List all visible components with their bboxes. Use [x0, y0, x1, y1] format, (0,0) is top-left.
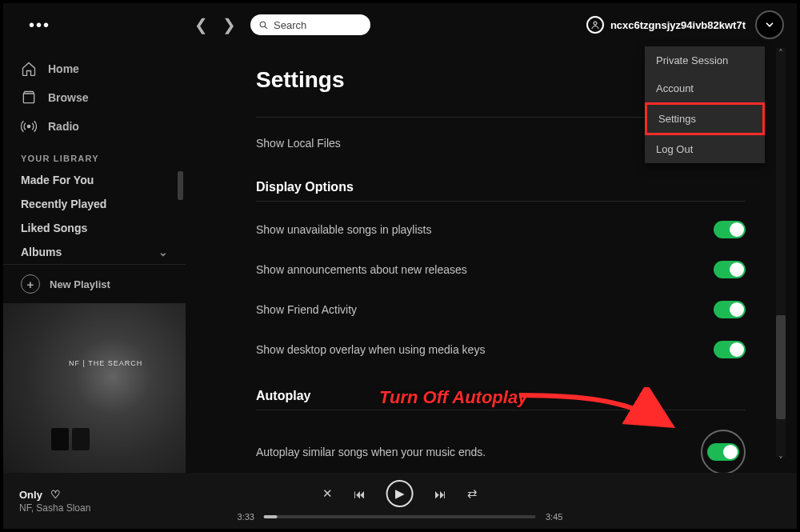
section-display-options: Display Options	[256, 180, 746, 194]
user-avatar-icon	[586, 16, 604, 34]
username: ncxc6tzgnsjyz94ivb82kwt7t	[610, 19, 746, 31]
dropdown-log-out[interactable]: Log Out	[645, 135, 765, 163]
library-header: YOUR LIBRARY	[3, 141, 186, 168]
search-input[interactable]: Search	[250, 14, 370, 35]
home-icon	[21, 61, 37, 77]
more-menu-icon[interactable]: •••	[29, 16, 50, 34]
track-artist[interactable]: NF, Sasha Sloan	[19, 502, 90, 514]
plus-icon: +	[21, 274, 40, 294]
sidebar-item-radio[interactable]: Radio	[3, 112, 186, 141]
new-playlist-label: New Playlist	[50, 278, 110, 290]
app-window: ••• ❮ ❯ Search ncxc6tzgnsjyz94ivb82kwt7t…	[0, 0, 800, 532]
toggle-friend-activity[interactable]	[714, 301, 746, 318]
previous-track-icon[interactable]: ⏮	[354, 487, 366, 501]
radio-icon	[21, 118, 37, 134]
shuffle-icon[interactable]: ✕	[322, 486, 333, 501]
user-menu[interactable]: ncxc6tzgnsjyz94ivb82kwt7t	[586, 10, 784, 39]
browse-icon	[21, 90, 37, 106]
top-bar: ••• ❮ ❯ Search ncxc6tzgnsjyz94ivb82kwt7t	[3, 3, 797, 46]
section-autoplay: Autoplay	[256, 389, 746, 403]
play-button[interactable]: ▶	[386, 480, 414, 507]
seek-bar[interactable]	[264, 515, 536, 518]
toggle-desktop-overlay[interactable]	[714, 341, 746, 358]
toggle-autoplay[interactable]	[707, 443, 739, 461]
player-controls: ✕ ⏮ ▶ ⏭ ⇄ 3:33 3:45	[238, 480, 563, 522]
new-playlist-button[interactable]: + New Playlist	[3, 264, 186, 303]
svg-rect-3	[23, 94, 34, 103]
user-dropdown: Private Session Account Settings Log Out	[645, 46, 765, 163]
player-bar: Only ♡ NF, Sasha Sloan ✕ ⏮ ▶ ⏭ ⇄ 3:33 3:…	[3, 473, 797, 529]
repeat-icon[interactable]: ⇄	[467, 486, 478, 501]
library-recently-played[interactable]: Recently Played	[3, 192, 186, 216]
setting-autoplay: Autoplay similar songs when your music e…	[256, 418, 746, 473]
library-made-for-you[interactable]: Made For You	[3, 168, 186, 192]
progress-bar: 3:33 3:45	[238, 512, 563, 522]
divider	[256, 410, 746, 410]
nav-back-icon[interactable]: ❮	[194, 15, 208, 34]
sidebar-item-label: Browse	[48, 91, 89, 104]
dropdown-private-session[interactable]: Private Session	[645, 46, 765, 74]
library-liked-songs[interactable]: Liked Songs	[3, 216, 186, 240]
sidebar-item-home[interactable]: Home	[3, 54, 186, 83]
sidebar-scrollbar-thumb[interactable]	[178, 171, 183, 200]
chevron-down-icon[interactable]	[755, 10, 784, 39]
now-playing-track: Only ♡ NF, Sasha Sloan	[19, 488, 90, 514]
sidebar: Home Browse Radio YOUR LIBRARY Made For …	[3, 50, 186, 473]
scrollbar-thumb[interactable]	[776, 315, 786, 419]
sidebar-item-label: Home	[48, 62, 79, 75]
heart-icon[interactable]: ♡	[50, 488, 61, 501]
search-icon	[258, 20, 269, 30]
svg-point-2	[594, 22, 597, 25]
album-art-text: NF | THE SEARCH	[69, 359, 142, 367]
now-playing-album-art[interactable]: NF | THE SEARCH	[3, 303, 186, 486]
dropdown-account[interactable]: Account	[645, 74, 765, 102]
search-placeholder: Search	[274, 19, 306, 31]
scroll-down-icon[interactable]: ˅	[776, 455, 786, 466]
svg-point-0	[260, 22, 266, 27]
toggle-announcements[interactable]	[714, 261, 746, 278]
sidebar-item-browse[interactable]: Browse	[3, 83, 186, 112]
toggle-unavailable-songs[interactable]	[714, 221, 746, 238]
nav-forward-icon[interactable]: ❯	[222, 15, 236, 34]
nav-arrows: ❮ ❯	[194, 15, 236, 34]
divider	[256, 201, 746, 202]
total-time: 3:45	[546, 512, 562, 522]
setting-announcements: Show announcements about new releases	[256, 250, 746, 290]
chevron-down-icon: ⌄	[158, 246, 168, 258]
library-albums[interactable]: Albums⌄	[3, 240, 186, 264]
sidebar-item-label: Radio	[48, 120, 79, 133]
elapsed-time: 3:33	[238, 512, 254, 522]
autoplay-highlight	[701, 430, 746, 473]
setting-unavailable-songs: Show unavailable songs in playlists	[256, 210, 746, 250]
svg-point-4	[27, 125, 30, 127]
svg-line-1	[265, 26, 267, 29]
setting-desktop-overlay: Show desktop overlay when using media ke…	[256, 330, 746, 370]
setting-friend-activity: Show Friend Activity	[256, 290, 746, 330]
track-title[interactable]: Only	[19, 489, 42, 501]
dropdown-settings[interactable]: Settings	[645, 102, 765, 135]
scroll-up-icon[interactable]: ˄	[776, 48, 786, 59]
next-track-icon[interactable]: ⏭	[434, 487, 446, 501]
